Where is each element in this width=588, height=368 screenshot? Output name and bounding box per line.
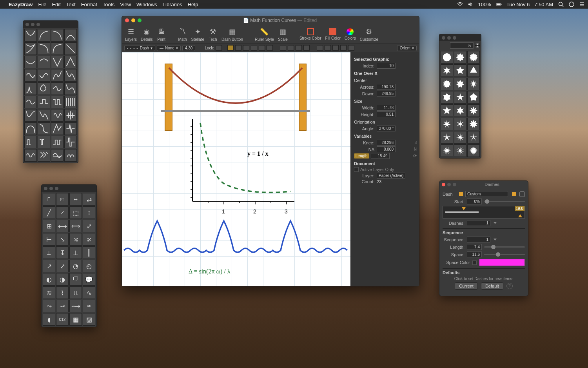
dash-preview[interactable]: 19.0 — [443, 206, 525, 219]
star-tool[interactable] — [441, 51, 453, 64]
curve-tool[interactable] — [64, 136, 77, 148]
star-tool[interactable] — [467, 51, 480, 64]
arrange-chip[interactable] — [317, 45, 323, 51]
align-chip[interactable] — [243, 45, 249, 51]
default-button[interactable]: Default — [481, 282, 503, 290]
palette-max-icon[interactable] — [36, 23, 40, 26]
tech-tool[interactable]: ⊥ — [69, 246, 82, 259]
dash-mode-select[interactable]: Custom — [465, 191, 508, 197]
align-chip[interactable] — [251, 45, 257, 51]
across-field[interactable]: 190.18 — [377, 84, 396, 90]
tech-tool[interactable]: 🗩 — [69, 273, 82, 286]
curve-tool[interactable] — [51, 29, 64, 42]
curve-tool[interactable] — [38, 122, 50, 135]
curve-tool[interactable] — [64, 149, 77, 162]
dash-options-icon[interactable] — [519, 191, 525, 197]
window-min-icon[interactable] — [447, 183, 451, 186]
arrange-chip[interactable] — [348, 45, 354, 51]
toolbar-stroke-color[interactable]: Stroke Color — [299, 28, 321, 40]
curve-tool[interactable] — [24, 82, 37, 95]
curve-tool[interactable] — [38, 42, 50, 55]
tech-tool[interactable]: ≋ — [43, 286, 55, 299]
stepper-icon[interactable] — [494, 222, 497, 224]
notification-center-icon[interactable] — [579, 2, 585, 7]
tech-tool[interactable]: ⟷ — [56, 220, 69, 232]
dashes-count-field[interactable]: 1 — [467, 220, 490, 226]
curve-tool[interactable] — [38, 82, 50, 95]
length-slider[interactable] — [484, 246, 525, 248]
menu-text[interactable]: Text — [66, 2, 76, 7]
curve-tool[interactable] — [64, 29, 77, 42]
active-layer-checkbox[interactable] — [354, 167, 359, 172]
toolbar-print[interactable]: 🖶Print — [157, 27, 166, 42]
star-tool[interactable] — [441, 131, 453, 144]
width-field[interactable]: 11.78 — [377, 105, 396, 111]
tech-tool[interactable]: ◴ — [83, 260, 95, 272]
curve-tool[interactable] — [64, 82, 77, 95]
tech-tool[interactable]: ◑ — [56, 273, 69, 286]
curve-tool[interactable] — [24, 122, 37, 135]
palette-min-icon[interactable] — [31, 23, 34, 26]
menu-libraries[interactable]: Libraries — [163, 2, 182, 7]
tech-tool[interactable]: ⤢ — [56, 260, 69, 272]
curve-tool[interactable] — [24, 69, 37, 82]
toolbar-details[interactable]: ◉Details — [141, 27, 153, 42]
angle-field[interactable]: 270.00 ° — [377, 126, 396, 131]
curve-tool[interactable] — [38, 69, 50, 82]
tech-tool[interactable]: ↔ — [69, 193, 82, 206]
star-tool[interactable] — [467, 118, 480, 130]
palette-max-icon[interactable] — [55, 187, 58, 190]
menubar-date[interactable]: Tue Nov 6 — [506, 2, 530, 7]
tech-tool[interactable]: ⤡ — [56, 233, 69, 246]
tech-tool[interactable]: ⌇ — [56, 286, 69, 299]
curve-tool[interactable] — [51, 56, 64, 68]
curve-tool[interactable] — [38, 96, 50, 108]
stepper-icon[interactable] — [494, 239, 497, 240]
star-tool[interactable] — [454, 91, 466, 104]
tech-tool[interactable]: ⤨ — [69, 233, 82, 246]
palette-close-icon[interactable] — [44, 187, 47, 190]
length-field[interactable]: 15.49 — [371, 153, 390, 159]
tech-tool[interactable]: ⤻ — [56, 300, 69, 312]
curve-tool[interactable] — [38, 56, 50, 68]
curve-tool[interactable] — [38, 136, 50, 148]
curve-tool[interactable] — [24, 149, 37, 162]
curve-tool[interactable] — [24, 96, 37, 108]
length-tag[interactable]: Length — [354, 153, 369, 158]
palette-min-icon[interactable] — [49, 187, 53, 190]
group-chip[interactable] — [280, 45, 286, 51]
arrange-chip[interactable] — [325, 45, 331, 51]
width-field[interactable]: 4.30 — [182, 45, 195, 51]
window-zoom-icon[interactable] — [138, 18, 142, 22]
align-chip[interactable] — [235, 45, 241, 51]
arrange-chip[interactable] — [332, 45, 339, 51]
curve-tool[interactable] — [24, 29, 37, 42]
curve-tool[interactable] — [38, 29, 50, 42]
curve-tool[interactable] — [64, 56, 77, 68]
star-tool[interactable] — [454, 118, 466, 130]
stellate-stepper[interactable]: ▲▼ — [475, 43, 480, 48]
toolbar-customize[interactable]: ⚙Customize — [360, 27, 378, 42]
stellate-points-field[interactable]: 5 — [450, 42, 474, 49]
tech-tool[interactable]: ▦ — [69, 313, 82, 326]
toolbar-colors[interactable]: Colors — [345, 28, 356, 40]
arrange-chip[interactable] — [340, 45, 347, 51]
canvas[interactable]: y = 1 / x 1 2 3 Δ = sin(2π ω) / λ — [122, 52, 350, 286]
palette-close-icon[interactable] — [25, 23, 29, 26]
stroke-select[interactable]: — None ▾ — [157, 45, 181, 51]
start-slider[interactable] — [484, 201, 525, 202]
star-tool[interactable] — [441, 118, 453, 130]
layer-select[interactable]: Paper (Active) — [377, 173, 405, 179]
siri-icon[interactable] — [568, 2, 574, 7]
star-tool[interactable] — [441, 78, 453, 90]
curve-tool[interactable] — [51, 69, 64, 82]
help-icon[interactable]: ? — [506, 283, 513, 289]
star-tool[interactable] — [467, 91, 480, 104]
curve-tool[interactable] — [51, 96, 64, 108]
curve-tool[interactable] — [38, 109, 50, 122]
palette-max-icon[interactable] — [453, 36, 456, 40]
star-tool[interactable] — [467, 144, 480, 157]
align-chip[interactable] — [227, 45, 234, 51]
tech-tool[interactable]: ⟿ — [69, 300, 82, 312]
tech-tool[interactable]: ⟋ — [56, 206, 69, 219]
